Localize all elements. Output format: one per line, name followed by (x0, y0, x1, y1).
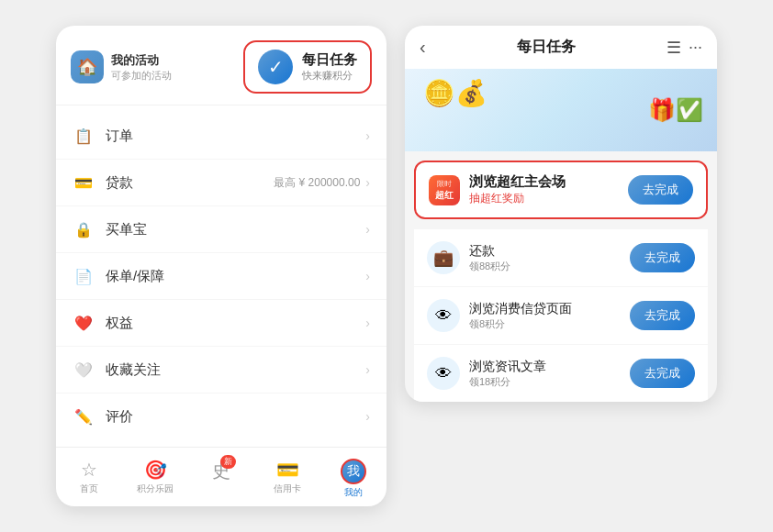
task-repay: 💼 还款 领88积分 去完成 (414, 228, 708, 286)
more-icon[interactable]: ··· (689, 38, 702, 57)
reviews-label: 评价 (106, 408, 365, 426)
menu-item-insurance[interactable]: 📄 保单/保障 › (56, 253, 386, 300)
card-nav-icon: 💳 (276, 459, 299, 481)
daily-task-text: 每日任务 快来赚积分 (302, 51, 357, 83)
browse-loan-go-button[interactable]: 去完成 (630, 301, 695, 330)
activity-box: 🏠 我的活动 可参加的活动 (71, 50, 232, 83)
task-browse-news: 👁 浏览资讯文章 领18积分 去完成 (414, 344, 708, 402)
favorites-icon: 🤍 (73, 359, 95, 381)
mine-nav-label: 我的 (344, 486, 363, 499)
orders-label: 订单 (106, 127, 365, 145)
menu-item-benefits[interactable]: ❤️ 权益 › (56, 300, 386, 347)
daily-task-box[interactable]: ✓ 每日任务 快来赚积分 (243, 40, 372, 94)
activity-text: 我的活动 可参加的活动 (111, 52, 172, 83)
buybao-label: 买单宝 (106, 221, 365, 238)
task-browse-loan: 👁 浏览消费信贷页面 领8积分 去完成 (414, 286, 708, 344)
insurance-icon: 📄 (73, 265, 95, 287)
left-phone-panel: 🏠 我的活动 可参加的活动 ✓ 每日任务 快来赚积分 📋 订单 › (56, 26, 386, 506)
highlight-go-button[interactable]: 去完成 (628, 175, 693, 205)
tasks-list: 💼 还款 领88积分 去完成 👁 浏览消费信贷页面 领8积分 去完成 👁 (405, 228, 717, 402)
loans-icon: 💳 (73, 172, 95, 194)
highlight-task-sub: 抽超红奖励 (469, 191, 619, 206)
main-container: 🏠 我的活动 可参加的活动 ✓ 每日任务 快来赚积分 📋 订单 › (38, 7, 735, 525)
highlight-task[interactable]: 限时 超红 浏览超红主会场 抽超红奖励 去完成 (414, 161, 708, 219)
repay-info: 还款 领88积分 (469, 243, 621, 273)
browse-news-points: 领18积分 (469, 375, 621, 389)
card-nav-label: 信用卡 (274, 482, 301, 495)
reviews-chevron: › (365, 409, 370, 424)
browse-loan-points: 领8积分 (469, 317, 621, 331)
badge-top-text: 限时 (437, 179, 452, 189)
mine-avatar: 我 (341, 459, 366, 484)
banner-decoration: 🎁✅ (648, 97, 703, 123)
points-nav-icon: 🎯 (144, 459, 167, 481)
menu-item-loans[interactable]: 💳 贷款 最高 ¥ 200000.00 › (56, 160, 386, 206)
history-badge: 新 (220, 455, 236, 469)
browse-news-icon: 👁 (427, 357, 460, 390)
highlight-task-name: 浏览超红主会场 (469, 173, 619, 191)
insurance-label: 保单/保障 (106, 268, 365, 285)
home-nav-label: 首页 (80, 482, 98, 495)
menu-item-reviews[interactable]: ✏️ 评价 › (56, 393, 386, 439)
bottom-nav: ☆ 首页 🎯 积分乐园 新 史 💳 信用卡 我 我的 (56, 447, 386, 506)
browse-loan-info: 浏览消费信贷页面 领8积分 (469, 301, 621, 331)
highlight-task-content: 浏览超红主会场 抽超红奖励 (469, 173, 619, 206)
home-nav-icon: ☆ (81, 459, 97, 481)
left-menu: 📋 订单 › 💳 贷款 最高 ¥ 200000.00 › 🔒 买单宝 › 📄 保… (56, 105, 386, 447)
browse-loan-name: 浏览消费信贷页面 (469, 301, 621, 317)
nav-mine[interactable]: 我 我的 (320, 455, 386, 503)
daily-task-sub: 快来赚积分 (302, 69, 357, 83)
insurance-chevron: › (365, 269, 370, 283)
orders-icon: 📋 (73, 125, 95, 147)
menu-icon-right[interactable]: ☰ (667, 38, 681, 58)
benefits-chevron: › (365, 316, 370, 330)
buybao-icon: 🔒 (73, 218, 95, 240)
repay-icon: 💼 (427, 241, 460, 274)
repay-name: 还款 (469, 243, 621, 260)
points-nav-label: 积分乐园 (137, 482, 174, 495)
menu-item-favorites[interactable]: 🤍 收藏关注 › (56, 347, 386, 393)
nav-history[interactable]: 新 史 (188, 455, 254, 503)
loans-label: 贷款 (106, 174, 274, 192)
menu-item-orders[interactable]: 📋 订单 › (56, 113, 386, 160)
nav-home[interactable]: ☆ 首页 (56, 455, 122, 503)
daily-task-icon: ✓ (258, 50, 293, 84)
repay-points: 领88积分 (469, 260, 621, 273)
buybao-chevron: › (365, 222, 370, 237)
left-header: 🏠 我的活动 可参加的活动 ✓ 每日任务 快来赚积分 (56, 26, 386, 105)
right-phone-panel: ‹ 每日任务 ☰ ··· 🪙💰 🎁✅ 限时 超红 浏览超红主会场 抽超红奖励 去… (405, 26, 717, 402)
orders-chevron: › (365, 128, 370, 143)
loans-value: 最高 ¥ 200000.00 (274, 175, 360, 191)
red-badge: 限时 超红 (429, 175, 460, 205)
right-header: ‹ 每日任务 ☰ ··· (405, 26, 717, 69)
badge-main-text: 超红 (435, 189, 454, 202)
right-header-icons: ☰ ··· (667, 38, 702, 58)
menu-item-buybao[interactable]: 🔒 买单宝 › (56, 206, 386, 253)
browse-news-info: 浏览资讯文章 领18积分 (469, 359, 621, 389)
banner-area: 🪙💰 🎁✅ (405, 69, 717, 151)
browse-news-go-button[interactable]: 去完成 (630, 359, 695, 388)
daily-task-main: 每日任务 (302, 51, 357, 69)
nav-card[interactable]: 💳 信用卡 (254, 455, 320, 503)
right-panel-title: 每日任务 (433, 38, 659, 57)
activity-icon: 🏠 (71, 50, 104, 83)
reviews-icon: ✏️ (73, 405, 95, 427)
favorites-label: 收藏关注 (106, 361, 365, 379)
benefits-icon: ❤️ (73, 312, 95, 334)
activity-subtitle: 可参加的活动 (111, 69, 172, 83)
benefits-label: 权益 (106, 315, 365, 332)
back-button[interactable]: ‹ (420, 37, 426, 58)
loans-chevron: › (365, 175, 370, 190)
repay-go-button[interactable]: 去完成 (630, 243, 695, 272)
browse-news-name: 浏览资讯文章 (469, 359, 621, 375)
browse-loan-icon: 👁 (427, 299, 460, 332)
favorites-chevron: › (365, 362, 370, 377)
activity-title: 我的活动 (111, 52, 172, 69)
nav-points[interactable]: 🎯 积分乐园 (122, 455, 188, 503)
banner-coins-icon: 🪙💰 (423, 78, 487, 108)
